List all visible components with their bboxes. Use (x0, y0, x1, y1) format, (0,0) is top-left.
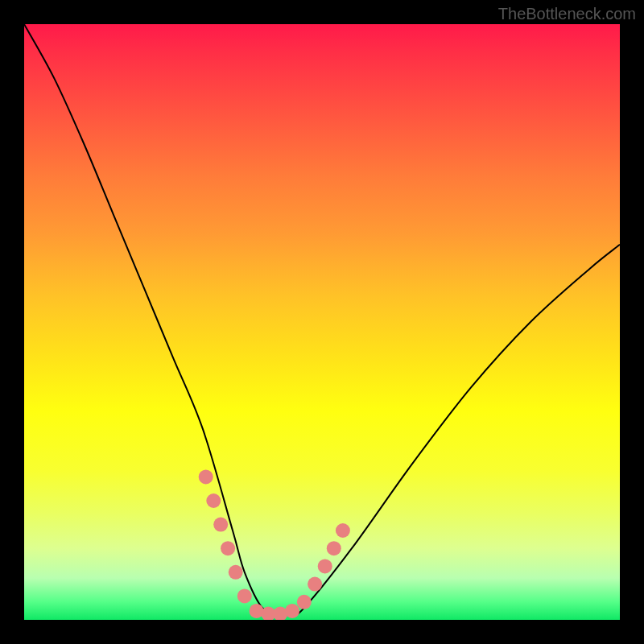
highlight-dot (285, 604, 299, 618)
highlight-dot (308, 577, 322, 592)
highlight-dot (336, 523, 350, 538)
highlight-dot (297, 595, 312, 609)
highlight-dot (237, 588, 252, 603)
highlight-markers (199, 469, 350, 620)
highlight-dot (213, 518, 228, 532)
highlight-dot (229, 565, 243, 580)
watermark-text: TheBottleneck.com (498, 5, 636, 23)
bottleneck-curve (24, 24, 620, 615)
highlight-dot (273, 607, 287, 620)
highlight-dot (318, 559, 332, 573)
highlight-dot (199, 469, 213, 484)
chart-plot-area (24, 24, 620, 620)
highlight-dot (261, 607, 275, 620)
highlight-dot (221, 541, 235, 555)
highlight-dot (250, 604, 264, 618)
highlight-dot (327, 541, 341, 555)
highlight-dot (206, 493, 221, 508)
chart-svg (24, 24, 620, 620)
